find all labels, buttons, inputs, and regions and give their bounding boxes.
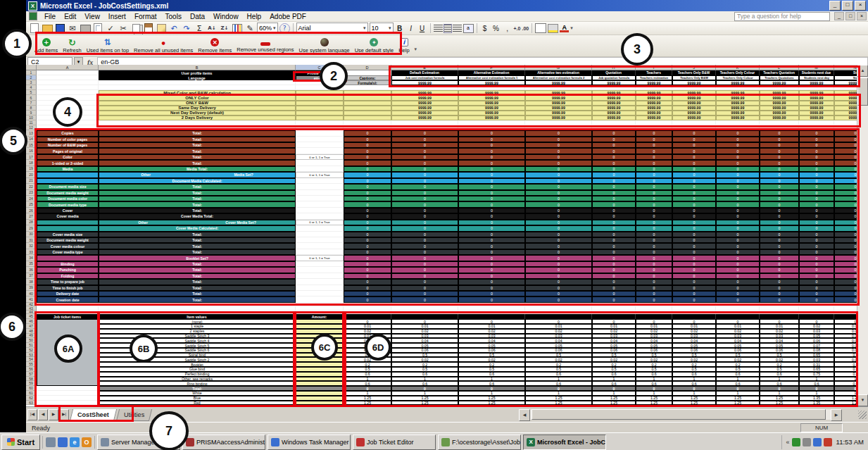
grid-cell[interactable]: 0.6 xyxy=(344,381,391,386)
row-header-1[interactable]: 1 xyxy=(26,70,37,75)
grid-cell[interactable]: 0 xyxy=(636,386,672,391)
grid-cell[interactable]: 1 xyxy=(391,377,458,382)
grid-cell[interactable]: 0.06 xyxy=(592,348,636,353)
grid-cell[interactable]: 0 xyxy=(525,184,592,189)
tray-network-icon[interactable] xyxy=(813,438,822,446)
grid-cell[interactable]: 0 xyxy=(592,267,636,273)
taskbar-button-server-manager[interactable]: Server Manager xyxy=(97,435,180,450)
grid-cell[interactable]: 0 xyxy=(391,243,458,249)
grid-cell[interactable]: 0 xyxy=(458,196,525,201)
grid-cell[interactable]: 0.02 xyxy=(716,357,760,362)
grid-cell[interactable]: Total: xyxy=(99,201,296,207)
grid-cell[interactable]: 0 xyxy=(672,319,716,324)
grid-cell[interactable] xyxy=(37,362,99,367)
grid-cell[interactable]: 0 xyxy=(391,319,458,324)
grid-cell[interactable] xyxy=(592,120,636,125)
row-header-50[interactable]: 50 xyxy=(26,338,37,343)
grid-cell[interactable]: 9999.99 xyxy=(834,95,857,100)
grid-cell[interactable]: 0.02 xyxy=(458,357,525,362)
row-header-2[interactable]: 2 xyxy=(26,75,37,80)
grid-cell[interactable]: 0.06 xyxy=(458,348,525,353)
grid-cell[interactable] xyxy=(525,125,592,130)
grid-cell[interactable]: 0.6 xyxy=(636,372,672,377)
decrease-decimal-icon[interactable]: .00 xyxy=(522,26,529,31)
open-icon[interactable] xyxy=(42,23,53,34)
grid-cell[interactable]: 0 xyxy=(525,285,592,291)
grid-cell[interactable] xyxy=(37,372,99,377)
grid-cell[interactable]: 0.6 xyxy=(760,372,799,377)
grid-cell[interactable]: Default Estimation xyxy=(391,70,458,75)
tray-gray-icon[interactable] xyxy=(803,438,811,446)
grid-cell[interactable]: Students next due xyxy=(799,70,834,75)
grid-cell[interactable]: 0.5 xyxy=(391,367,458,372)
grid-cell[interactable]: 0 xyxy=(636,201,672,207)
grid-cell[interactable]: Saddle Stitch 3 xyxy=(99,334,296,339)
grid-cell[interactable]: 0.6 xyxy=(391,372,458,377)
grid-cell[interactable]: 0 xyxy=(799,213,834,219)
grid-cell[interactable]: 0.02 xyxy=(834,329,857,334)
grid-cell[interactable]: 0 xyxy=(799,178,834,184)
grid-cell[interactable]: Total: xyxy=(99,279,296,285)
grid-cell[interactable] xyxy=(296,95,344,100)
grid-cell[interactable]: Alternative cost estimation formula 1 xyxy=(458,75,525,80)
row-header-52[interactable]: 52 xyxy=(26,348,37,353)
grid-cell[interactable]: 0.6 xyxy=(716,381,760,386)
grid-cell[interactable] xyxy=(716,125,760,130)
grid-cell[interactable]: Students next day xyxy=(799,75,834,80)
grid-cell[interactable]: 0 xyxy=(672,160,716,165)
grid-cell[interactable]: Document media size xyxy=(37,184,99,189)
grid-cell[interactable] xyxy=(37,95,99,100)
custom-toolbar-options-icon[interactable]: ▾ xyxy=(415,46,417,52)
grid-cell[interactable]: 0 xyxy=(592,249,636,255)
grid-cell[interactable]: 0 xyxy=(760,142,799,148)
row-header-15[interactable]: 15 xyxy=(26,142,37,148)
comma-icon[interactable]: , xyxy=(503,25,512,32)
grid-cell[interactable]: 0 xyxy=(799,291,834,296)
grid-cell[interactable] xyxy=(37,220,99,225)
grid-cell[interactable]: 0.02 xyxy=(525,357,592,362)
row-header-37[interactable]: 37 xyxy=(26,273,37,279)
grid-cell[interactable]: Document media type xyxy=(37,201,99,207)
grid-cell[interactable]: 0 xyxy=(672,291,716,296)
grid-cell[interactable]: 9999.99 xyxy=(458,95,525,100)
grid-cell[interactable] xyxy=(37,106,99,111)
grid-cell[interactable]: 0 xyxy=(525,148,592,154)
grid-cell[interactable] xyxy=(37,401,99,406)
grid-cell[interactable]: Saddle Stitch 2 xyxy=(99,357,296,362)
grid-cell[interactable]: 0 xyxy=(716,296,760,302)
column-header-M[interactable]: M xyxy=(799,65,834,70)
grid-cell[interactable] xyxy=(672,314,716,319)
grid-cell[interactable]: 0.6 xyxy=(525,372,592,377)
grid-cell[interactable]: 0 xyxy=(834,172,857,177)
grid-cell[interactable]: 0 xyxy=(716,130,760,136)
grid-cell[interactable]: White xyxy=(99,391,296,396)
grid-cell[interactable]: 0 xyxy=(458,208,525,213)
grid-cell[interactable] xyxy=(296,273,344,279)
grid-cell[interactable]: User profile items xyxy=(99,70,296,75)
grid-cell[interactable]: 0 xyxy=(672,178,716,184)
grid-cell[interactable]: St xyxy=(834,70,857,75)
grid-cell[interactable]: 9999.99 xyxy=(525,111,592,115)
custom-button-remove-unused-regions[interactable]: Remove unused regions xyxy=(237,39,294,53)
grid-cell[interactable]: 0 xyxy=(458,225,525,231)
grid-cell[interactable]: 1.25 xyxy=(592,401,636,406)
grid-cell[interactable]: 0 xyxy=(760,273,799,279)
grid-cell[interactable]: 0 xyxy=(458,166,525,172)
grid-cell[interactable]: 0 xyxy=(458,137,525,142)
row-header-45[interactable]: 45 xyxy=(26,314,37,319)
grid-cell[interactable]: 0.02 xyxy=(799,324,834,329)
grid-cell[interactable]: 0 xyxy=(391,142,458,148)
grid-cell[interactable]: 9999.99 xyxy=(458,80,525,85)
undo-icon[interactable]: ↶ xyxy=(168,23,180,34)
grid-cell[interactable]: 0 xyxy=(592,196,636,201)
toolbar-options-icon[interactable]: ▾ xyxy=(570,25,573,31)
grid-cell[interactable]: Teachers Quotation xyxy=(760,70,799,75)
row-header-40[interactable]: 40 xyxy=(26,291,37,296)
grid-cell[interactable] xyxy=(296,120,344,125)
grid-cell[interactable] xyxy=(296,338,344,343)
grid-cell[interactable] xyxy=(716,314,760,319)
merge-center-icon[interactable]: a xyxy=(463,24,474,33)
grid-cell[interactable] xyxy=(391,314,458,319)
menu-format[interactable]: Format xyxy=(130,13,161,20)
grid-cell[interactable]: 1.25 xyxy=(834,401,857,406)
